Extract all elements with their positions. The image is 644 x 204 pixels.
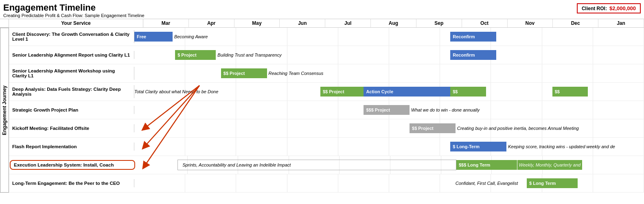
bar-reconfirm-0: Reconfirm: [450, 32, 496, 42]
timeline-container: Your Service Mar Apr May Jun Jul Aug Sep…: [0, 19, 644, 193]
bar-label-becoming: Becoming Aware: [173, 34, 208, 39]
title-block: Engagement Timeline Creating Predictable…: [3, 2, 577, 18]
bar-label-confidant: Confidant, First Call, Evangelist: [456, 181, 518, 186]
page-wrapper: Engagement Timeline Creating Predictable…: [0, 0, 644, 204]
bar-project-1: $ Project: [175, 50, 216, 60]
rows-section: Client Discovery: The Growth Conversatio…: [9, 28, 644, 193]
table-row: Strategic Growth Project Plan $$$ Projec…: [9, 101, 644, 119]
bar-label-weekly: Weekly, Monthly, Quarterly and: [517, 160, 583, 170]
main-title: Engagement Timeline: [3, 2, 577, 13]
table-row: Deep Analysis: Data Fuels Strategy: Clar…: [9, 83, 644, 101]
bar-ss-1: $$: [450, 87, 486, 97]
header-section: Engagement Timeline Creating Predictable…: [0, 0, 644, 19]
body-wrapper: Engagement Journey Client Discovery: The…: [0, 28, 644, 193]
journey-label: Engagement Journey: [0, 28, 9, 193]
month-nov: Nov: [508, 19, 553, 27]
bar-label-sprints: Sprints, Accountability and Leaving an I…: [182, 162, 291, 167]
month-aug: Aug: [371, 19, 416, 27]
table-row: Long-Term Engagement: Be the Peer to the…: [9, 174, 644, 193]
gantt-row-8: Confidant, First Call, Evangelist $ Long…: [134, 174, 644, 192]
bar-label-keeping: Keeping score, tracking wins - updated w…: [506, 144, 615, 149]
bar-sss-project: $$$ Project: [364, 105, 410, 115]
gantt-row-5: $$ Project Creating buy-in and positive …: [134, 119, 644, 137]
bar-label-what-we-do: What we do to win - done annually: [410, 107, 480, 112]
gantt-row-7: Sprints, Accountability and Leaving an I…: [137, 156, 644, 174]
bar-ss-project-5: $$ Project: [410, 123, 456, 133]
bar-reconfirm-1: Reconfirm: [450, 50, 496, 60]
month-mar: Mar: [143, 19, 189, 27]
roi-value: $2,000,000: [609, 5, 636, 11]
service-cell-3: Deep Analysis: Data Fuels Strategy: Clar…: [9, 85, 134, 98]
service-cell-5: Kickoff Meeting: Facilitated Offsite: [9, 124, 134, 132]
bar-label-total-clarity: Total Clarity about what Needs to be Don…: [134, 89, 218, 94]
service-cell-1: Senior Leadership Alignment Report using…: [9, 51, 134, 59]
gantt-row-3: Total Clarity about what Needs to be Don…: [134, 83, 644, 101]
roi-label: Client ROI:: [582, 6, 607, 11]
table-row: Senior Leadership Alignment Report using…: [9, 46, 644, 64]
table-row: Kickoff Meeting: Facilitated Offsite $$ …: [9, 119, 644, 138]
month-dec: Dec: [553, 19, 598, 27]
month-jun: Jun: [280, 19, 325, 27]
table-row: Execution Leadership System: Install, Co…: [9, 156, 644, 174]
service-cell-4: Strategic Growth Project Plan: [9, 106, 134, 114]
bar-sss-longterm: $$$ Long Term: [456, 160, 517, 170]
subtitle: Creating Predictable Profit & Cash Flow:…: [3, 13, 577, 18]
month-jan: Jan: [598, 19, 644, 27]
service-cell-6: Flash Report Implementation: [9, 143, 134, 151]
service-cell-2: Senior Leadership Alignment Workshop usi…: [9, 67, 134, 80]
table-row: Senior Leadership Alignment Workshop usi…: [9, 64, 644, 83]
service-cell-0: Client Discovery: The Growth Conversatio…: [9, 30, 134, 43]
month-sep: Sep: [416, 19, 462, 27]
col-headers: Your Service Mar Apr May Jun Jul Aug Sep…: [0, 19, 644, 28]
month-may: May: [234, 19, 280, 27]
service-col-header: Your Service: [9, 19, 143, 27]
table-row: Client Discovery: The Growth Conversatio…: [9, 28, 644, 46]
service-cell-8: Long-Term Engagement: Be the Peer to the…: [9, 179, 134, 187]
gantt-row-6: $ Long-Term Keeping score, tracking wins…: [134, 138, 644, 156]
gantt-row-4: $$$ Project What we do to win - done ann…: [134, 101, 644, 119]
table-row: Flash Report Implementation $ Long-Term …: [9, 138, 644, 156]
month-jul: Jul: [325, 19, 371, 27]
bar-label-creating: Creating buy-in and positive inertia, be…: [456, 126, 579, 131]
bar-longterm-8: $ Long Term: [527, 178, 578, 188]
service-cell-7-circled: Execution Leadership System: Install, Co…: [10, 160, 135, 170]
gantt-row-0: Free Becoming Aware Reconfirm: [134, 28, 644, 46]
gantt-row-2: $$ Project Reaching Team Consensus: [134, 64, 644, 82]
bar-label-building: Building Trust and Transparency: [216, 53, 281, 57]
bar-longterm-6: $ Long-Term: [450, 142, 506, 151]
month-oct: Oct: [462, 19, 508, 27]
month-apr: Apr: [189, 19, 234, 27]
bar-label-reaching: Reaching Team Consensus: [267, 71, 324, 76]
gantt-row-1: $ Project Building Trust and Transparenc…: [134, 46, 644, 64]
bar-project-2: $$ Project: [221, 68, 267, 78]
bar-ss-2: $$: [552, 87, 588, 97]
roi-box: Client ROI: $2,000,000: [577, 3, 641, 13]
bar-free: Free: [134, 32, 173, 42]
bar-action-cycle: Action Cycle: [364, 87, 450, 97]
bar-project-3: $$ Project: [320, 87, 364, 97]
